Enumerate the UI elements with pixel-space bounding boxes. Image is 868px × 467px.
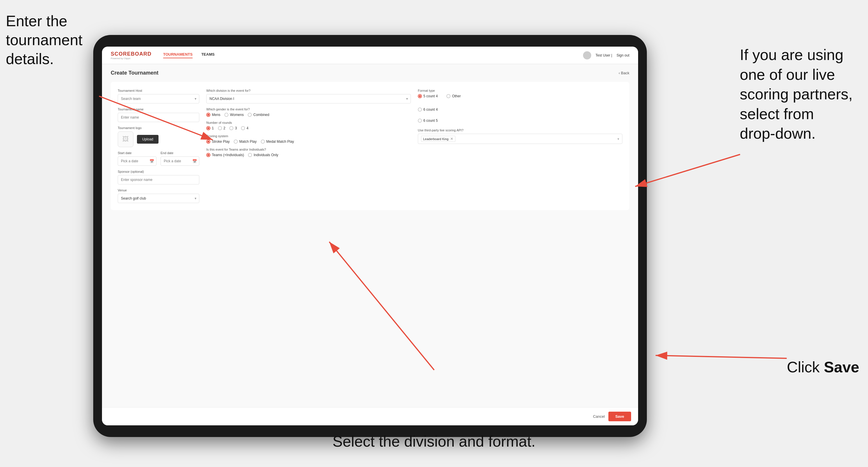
sponsor-input[interactable]	[118, 175, 199, 184]
teams-field: Is this event for Teams and/or Individua…	[206, 148, 411, 157]
division-field: Which division is the event for? NCAA Di…	[206, 89, 411, 103]
right-column: Format type 5 count 4	[418, 89, 622, 203]
venue-label: Venue	[118, 188, 199, 192]
gender-mens[interactable]: Mens	[206, 113, 220, 117]
tournament-name-field: Tournament name	[118, 107, 199, 122]
nav-tournaments[interactable]: TOURNAMENTS	[163, 52, 193, 58]
rounds-3-radio[interactable]	[229, 126, 234, 130]
api-input[interactable]: Leaderboard King ✕ ▾	[418, 134, 622, 144]
form-container: Tournament Host Tournament name Tourname…	[111, 82, 629, 210]
scoring-medal-match-radio[interactable]	[261, 139, 265, 144]
gender-field: Which gender is the event for? Mens Wome…	[206, 107, 411, 117]
end-date-label: End date	[160, 151, 199, 155]
form-footer: Cancel Save	[102, 407, 638, 425]
start-date-calendar-icon: 📅	[150, 159, 154, 163]
rounds-1-radio[interactable]	[206, 126, 210, 130]
brand: SCOREBOARD Powered by Clippd	[111, 51, 152, 60]
end-date-field: End date 📅	[160, 151, 199, 166]
user-avatar	[583, 51, 591, 59]
tournament-host-label: Tournament Host	[118, 89, 199, 92]
individuals-only-radio[interactable]	[248, 153, 252, 157]
end-date-calendar-icon: 📅	[192, 159, 197, 163]
format-6count4-label: 6 count 4	[423, 107, 438, 112]
date-row: Start date 📅 End date 📅	[118, 151, 199, 166]
individuals-only[interactable]: Individuals Only	[248, 153, 278, 157]
page-header: Create Tournament Back	[111, 70, 629, 76]
start-date-wrapper: 📅	[118, 156, 156, 166]
scoring-match-radio[interactable]	[234, 139, 238, 144]
gender-label: Which gender is the event for?	[206, 107, 411, 111]
venue-field: Venue Search golf club	[118, 188, 199, 203]
gender-womens[interactable]: Womens	[224, 113, 244, 117]
rounds-3[interactable]: 3	[229, 126, 237, 130]
tournament-host-field: Tournament Host	[118, 89, 199, 103]
tournament-name-input[interactable]	[118, 113, 199, 122]
annotation-br-prefix: Click	[787, 359, 824, 376]
gender-combined[interactable]: Combined	[248, 113, 269, 117]
brand-sub: Powered by Clippd	[111, 57, 152, 60]
annotation-br-bold: Save	[824, 359, 859, 376]
scoring-medal-match-label: Medal Match Play	[266, 139, 294, 144]
end-date-wrapper: 📅	[160, 156, 199, 166]
logo-placeholder-icon: 🖼	[118, 131, 133, 147]
rounds-1-label: 1	[212, 126, 214, 130]
format-6count5-radio[interactable]	[418, 119, 422, 123]
format-5count4[interactable]: 5 count 4	[418, 94, 438, 98]
format-type-field: Format type 5 count 4	[418, 89, 622, 123]
format-5count4-label: 5 count 4	[423, 94, 438, 98]
format-left: 5 count 4 6 count 4	[418, 94, 438, 123]
scoring-stroke[interactable]: Stroke Play	[206, 139, 229, 144]
format-other-label: Other	[452, 94, 461, 98]
rounds-2[interactable]: 2	[218, 126, 225, 130]
scoring-match[interactable]: Match Play	[234, 139, 256, 144]
venue-select[interactable]: Search golf club	[118, 194, 199, 203]
gender-mens-radio[interactable]	[206, 113, 210, 117]
api-dropdown-icon: ▾	[617, 137, 619, 141]
annotation-bottom-center: Select the division and format.	[333, 432, 535, 451]
scoring-label: Scoring system	[206, 134, 411, 138]
gender-combined-radio[interactable]	[248, 113, 252, 117]
tournament-logo-field: Tournament logo 🖼 Upload	[118, 126, 199, 147]
page-title: Create Tournament	[111, 70, 158, 76]
scoring-stroke-label: Stroke Play	[212, 139, 229, 144]
nav-teams[interactable]: TEAMS	[202, 52, 215, 58]
svg-line-5	[635, 154, 740, 186]
format-6count5[interactable]: 6 count 5	[418, 119, 438, 123]
rounds-4-radio[interactable]	[241, 126, 245, 130]
back-button[interactable]: Back	[619, 71, 629, 75]
format-other-radio[interactable]	[446, 94, 451, 98]
format-5count4-radio[interactable]	[418, 94, 422, 98]
gender-mens-label: Mens	[212, 113, 220, 117]
scoring-radio-group: Stroke Play Match Play Medal Match Play	[206, 139, 411, 144]
user-name: Test User |	[595, 53, 612, 57]
nav-links: TOURNAMENTS TEAMS	[163, 52, 583, 58]
teams-plus-individuals[interactable]: Teams (+Individuals)	[206, 153, 244, 157]
scoring-stroke-radio[interactable]	[206, 139, 210, 144]
gender-womens-radio[interactable]	[224, 113, 228, 117]
cancel-button[interactable]: Cancel	[593, 414, 604, 418]
teams-plus-label: Teams (+Individuals)	[212, 153, 244, 157]
format-right: Other	[446, 94, 461, 123]
svg-line-6	[656, 355, 787, 358]
annotation-bc-text: Select the division and format.	[333, 433, 535, 450]
teams-radio-group: Teams (+Individuals) Individuals Only	[206, 153, 411, 157]
upload-button[interactable]: Upload	[137, 135, 158, 144]
format-6count4[interactable]: 6 count 4	[418, 107, 438, 112]
annotation-bottom-right: Click Save	[787, 358, 859, 377]
api-field: Use third-party live scoring API? Leader…	[418, 128, 622, 144]
division-label: Which division is the event for?	[206, 89, 411, 92]
tournament-host-input[interactable]	[118, 94, 199, 103]
rounds-4[interactable]: 4	[241, 126, 249, 130]
format-6count4-radio[interactable]	[418, 107, 422, 112]
rounds-1[interactable]: 1	[206, 126, 214, 130]
save-button[interactable]: Save	[609, 412, 631, 421]
sign-out-link[interactable]: Sign out	[617, 53, 629, 57]
format-other[interactable]: Other	[446, 94, 461, 98]
api-clear-button[interactable]: ✕	[450, 137, 454, 141]
scoring-medal-match[interactable]: Medal Match Play	[261, 139, 294, 144]
teams-plus-radio[interactable]	[206, 153, 210, 157]
division-select[interactable]: NCAA Division I	[206, 94, 411, 103]
format-type-label: Format type	[418, 89, 622, 92]
rounds-2-radio[interactable]	[218, 126, 222, 130]
scoring-field: Scoring system Stroke Play Match Play	[206, 134, 411, 144]
